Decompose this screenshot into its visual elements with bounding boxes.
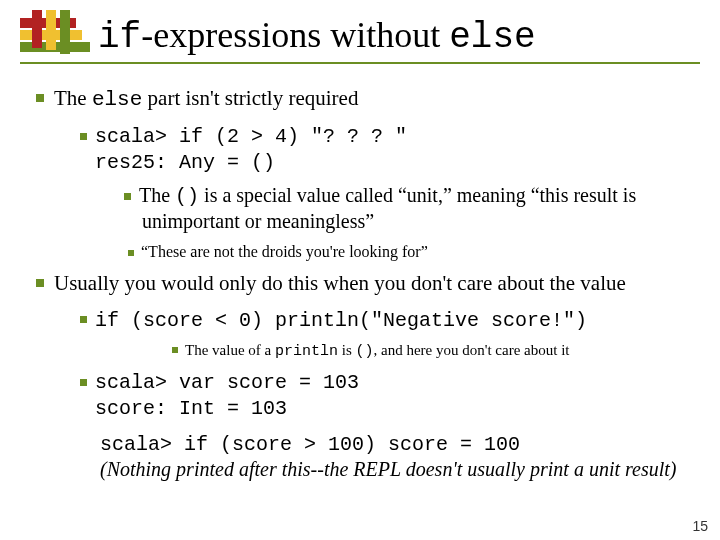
bullet-level1: The else part isn't strictly required xyxy=(36,85,692,113)
text: The value of a xyxy=(185,342,275,358)
code-line: scala> if (2 > 4) "? ? ? " xyxy=(95,125,407,148)
title-code-else: else xyxy=(449,17,535,58)
code-line: res25: Any = () xyxy=(95,151,275,174)
bullet-icon xyxy=(124,193,131,200)
bullet-icon xyxy=(172,347,178,353)
title-code-if: if xyxy=(98,17,141,58)
title-underline xyxy=(20,62,700,64)
text: “These are not the droids you're looking… xyxy=(141,243,428,260)
text: is a special value called “unit,” meanin… xyxy=(142,184,636,232)
inline-code: println xyxy=(275,343,338,360)
inline-code: () xyxy=(356,343,374,360)
code-line: score: Int = 103 xyxy=(95,397,287,420)
bullet-level1: Usually you would only do this when you … xyxy=(36,270,692,296)
text: , and here you don't care about it xyxy=(374,342,570,358)
bullet-icon xyxy=(80,316,87,323)
bullet-level4: The value of a println is (), and here y… xyxy=(172,341,692,362)
bullet-level2-code: scala> if (2 > 4) "? ? ? " res25: Any = … xyxy=(80,123,692,175)
text: part isn't strictly required xyxy=(142,86,358,110)
bullet-level2-code: scala> var score = 103 score: Int = 103 xyxy=(80,369,692,421)
bullet-icon xyxy=(80,133,87,140)
bullet-level2-code: if (score < 0) println("Negative score!"… xyxy=(80,307,692,333)
code-line: scala> if (score > 100) score = 100 xyxy=(100,433,520,456)
note-text: (Nothing printed after this--the REPL do… xyxy=(100,458,676,480)
bullet-icon xyxy=(80,379,87,386)
corner-decoration xyxy=(20,10,90,55)
final-code-block: scala> if (score > 100) score = 100 (Not… xyxy=(100,431,692,482)
bullet-icon xyxy=(128,250,134,256)
text: Usually you would only do this when you … xyxy=(54,271,626,295)
inline-code: () xyxy=(175,185,199,208)
bullet-icon xyxy=(36,94,44,102)
inline-code: else xyxy=(92,88,142,111)
slide-body: The else part isn't strictly required sc… xyxy=(36,85,692,482)
title-text: -expressions without xyxy=(141,15,449,55)
page-number: 15 xyxy=(692,518,708,534)
bullet-icon xyxy=(36,279,44,287)
bullet-level2: The () is a special value called “unit,”… xyxy=(80,183,692,234)
text: The xyxy=(139,184,175,206)
text: is xyxy=(338,342,356,358)
code-line: scala> var score = 103 xyxy=(95,371,359,394)
slide-title: if-expressions without else xyxy=(98,14,536,58)
bullet-level3: “These are not the droids you're looking… xyxy=(128,242,692,262)
text: The xyxy=(54,86,92,110)
code-line: if (score < 0) println("Negative score!"… xyxy=(95,309,587,332)
